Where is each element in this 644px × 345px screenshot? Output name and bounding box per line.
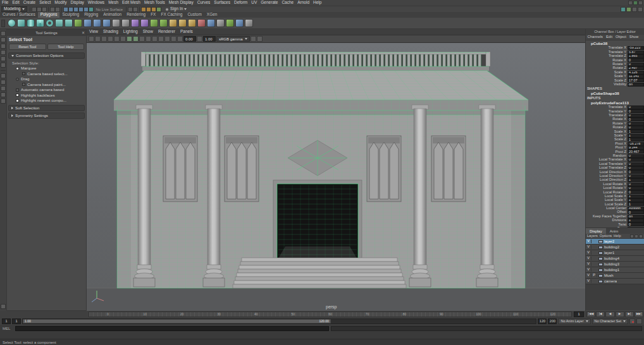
attribute-value-field[interactable]: 1.865 xyxy=(628,54,644,58)
viewport-scene[interactable]: persp xyxy=(87,43,585,311)
paint-select-tool-icon[interactable] xyxy=(1,44,6,49)
timeline-tick[interactable]: 10 xyxy=(127,312,164,317)
attribute-value-field[interactable]: 2.497 xyxy=(628,66,644,70)
option-control[interactable] xyxy=(16,99,19,102)
lock-camera-icon[interactable] xyxy=(95,36,101,42)
view-transform-dropdown[interactable]: sRGB gamma xyxy=(216,36,250,42)
render-settings-icon[interactable] xyxy=(156,7,161,12)
timeline-tick[interactable]: 90 xyxy=(423,312,460,317)
channel-attribute-row[interactable]: Rotate Y 0 xyxy=(586,63,644,66)
menu-item[interactable]: Surfaces xyxy=(212,1,232,5)
channel-attribute-row[interactable]: Local Translate X 0 xyxy=(586,158,644,162)
channel-box-toggle-icon[interactable] xyxy=(638,7,643,12)
tool-option[interactable]: Marquee xyxy=(7,66,86,71)
timeline-tick[interactable]: 30 xyxy=(201,312,238,317)
attribute-value-field[interactable]: 0 xyxy=(628,166,644,170)
layout-four-pane-icon[interactable] xyxy=(1,80,6,85)
motion-blur-icon[interactable] xyxy=(164,36,170,42)
layer-visibility-toggle[interactable]: V xyxy=(586,268,591,272)
channel-attribute-row[interactable]: Rotate Z 0 xyxy=(586,126,644,130)
shelf-tab[interactable]: Rigging xyxy=(82,12,101,18)
animation-end-field[interactable]: 200 xyxy=(548,318,557,324)
viewport-menu-item[interactable]: View xyxy=(87,30,101,34)
attribute-value-field[interactable]: 0 xyxy=(628,106,644,109)
channel-attribute-row[interactable]: Scale Z 1 xyxy=(586,138,644,142)
shelf-cylinder-icon[interactable] xyxy=(27,19,35,27)
snap-to-curve-icon[interactable] xyxy=(68,7,73,12)
channel-attribute-row[interactable]: Rotate X 0 xyxy=(586,58,644,62)
rotate-tool-icon[interactable] xyxy=(1,56,6,61)
timeline-tick[interactable]: 80 xyxy=(386,312,423,317)
layer-row[interactable]: V building4 xyxy=(586,256,644,262)
xray-icon[interactable] xyxy=(257,36,263,42)
shaded-display-icon[interactable] xyxy=(133,36,139,42)
shelf-boolean-union-icon[interactable] xyxy=(84,19,92,27)
attribute-value-field[interactable]: 0 xyxy=(628,126,644,130)
menu-item[interactable]: Windows xyxy=(86,1,106,5)
animation-preferences-icon[interactable] xyxy=(636,318,642,324)
attribute-value-field[interactable]: 0 xyxy=(628,58,644,62)
option-control[interactable] xyxy=(16,67,19,70)
construction-history-icon[interactable] xyxy=(133,7,138,12)
layer-row[interactable]: V P Mush xyxy=(586,273,644,279)
option-control[interactable] xyxy=(16,88,19,92)
layer-color-swatch[interactable] xyxy=(598,280,603,283)
menu-item[interactable]: Cache xyxy=(280,1,295,5)
timeline-tick[interactable]: 60 xyxy=(312,312,349,317)
attribute-value-field[interactable]: 1 xyxy=(628,202,644,206)
channel-attribute-row[interactable]: Visibility on xyxy=(586,83,644,87)
attribute-value-field[interactable]: 17.07 xyxy=(628,78,644,82)
shelf-boolean-intersect-icon[interactable] xyxy=(102,19,111,27)
menu-item[interactable]: Generate xyxy=(259,1,280,5)
attribute-value-field[interactable]: 5.87 xyxy=(628,51,644,54)
playback-button[interactable]: ◀ xyxy=(605,312,614,317)
attribute-value-field[interactable]: 1 xyxy=(628,134,644,138)
shelf-torus-icon[interactable] xyxy=(46,19,54,27)
make-live-icon[interactable] xyxy=(89,7,94,12)
channel-box-menu-item[interactable]: Edit xyxy=(605,35,614,40)
attribute-value-field[interactable]: 0 xyxy=(628,118,644,121)
scale-tool-icon[interactable] xyxy=(1,63,6,68)
redo-icon[interactable] xyxy=(55,7,60,12)
attribute-editor-toggle-icon[interactable] xyxy=(626,7,631,12)
attribute-value-field[interactable]: 0 xyxy=(628,174,644,178)
shelf-tab[interactable]: FX Caching xyxy=(158,12,185,18)
attribute-value-field[interactable]: 0 xyxy=(628,154,644,158)
viewport-menu-item[interactable]: Show xyxy=(140,30,156,34)
channel-attribute-row[interactable]: Rotate Z 2.497 xyxy=(586,66,644,70)
timeline-tick[interactable]: 120 xyxy=(534,312,571,317)
channel-box-menu-item[interactable]: Channels xyxy=(586,35,605,40)
shelf-tab[interactable]: FX xyxy=(148,12,158,18)
lasso-tool-icon[interactable] xyxy=(1,37,6,42)
exposure-field[interactable]: 0.00 xyxy=(183,36,196,42)
channel-attribute-row[interactable]: Translate X 0 xyxy=(586,106,644,109)
new-scene-icon[interactable] xyxy=(32,7,37,12)
tool-option[interactable]: Automatic camera based xyxy=(7,87,86,93)
channel-box-title[interactable]: Channel Box / Layer Editor xyxy=(586,29,644,35)
channel-attribute-row[interactable]: Offset 0 xyxy=(586,210,644,214)
attribute-value-field[interactable]: 0 xyxy=(628,222,644,226)
option-control[interactable] xyxy=(16,78,19,81)
attribute-value-field[interactable]: 0 xyxy=(628,162,644,166)
attribute-value-field[interactable]: 0 xyxy=(628,170,644,174)
channel-attribute-row[interactable]: Twist 0 xyxy=(586,222,644,226)
shelf-sphere-icon[interactable] xyxy=(8,19,16,27)
option-control[interactable] xyxy=(22,83,25,86)
layer-editor-tab[interactable]: Display xyxy=(586,228,606,234)
viewport-menu-item[interactable]: Renderer xyxy=(156,30,178,34)
layer-editor-menu-item[interactable]: Help xyxy=(614,234,621,238)
auto-keyframe-toggle-icon[interactable] xyxy=(629,318,635,324)
layer-visibility-toggle[interactable]: V xyxy=(586,257,591,260)
channel-attribute-row[interactable]: Scale X 4.126 xyxy=(586,70,644,74)
tool-option[interactable]: Drag xyxy=(7,76,86,82)
image-plane-icon[interactable] xyxy=(114,36,120,42)
shelf-tab[interactable]: Rendering xyxy=(124,12,148,18)
layer-row[interactable]: V layer2 xyxy=(586,239,644,245)
shelf-bridge-icon[interactable] xyxy=(178,19,187,27)
option-control[interactable] xyxy=(22,72,25,75)
channel-attribute-row[interactable]: Scale Y 11.141 xyxy=(586,75,644,78)
ui-grabber-icon[interactable] xyxy=(1,304,6,309)
shadows-icon[interactable] xyxy=(152,36,158,42)
timeline-tick[interactable]: 100 xyxy=(460,312,497,317)
attribute-value-field[interactable]: 0 xyxy=(628,122,644,126)
